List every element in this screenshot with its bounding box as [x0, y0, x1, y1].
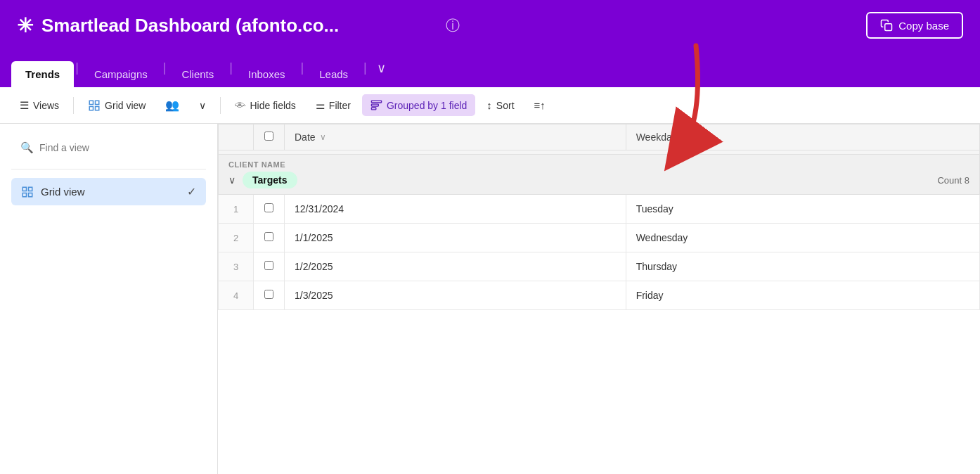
svg-rect-0 — [885, 24, 892, 31]
row-weekday-cell: Wednesday — [626, 224, 979, 252]
tab-leads[interactable]: Leads — [305, 61, 362, 87]
row-checkbox-cell[interactable] — [254, 195, 285, 224]
sidebar: 🔍 Grid view ✓ — [0, 124, 218, 474]
row-weekday-cell: Thursday — [626, 252, 979, 281]
table-row[interactable]: 1 12/31/2024 Tuesday — [219, 195, 980, 224]
row-weekday-cell: Tuesday — [626, 195, 979, 224]
svg-rect-3 — [96, 106, 99, 110]
grid-view-button[interactable]: Grid view — [79, 94, 154, 117]
tab-bar: Trends | Campaigns | Clients | Inboxes |… — [0, 51, 980, 87]
row-checkbox[interactable] — [264, 261, 273, 270]
row-date-cell: 1/1/2025 — [285, 224, 626, 252]
svg-rect-1 — [89, 101, 93, 104]
filter-button[interactable]: ⚌ Filter — [307, 94, 359, 117]
svg-rect-9 — [29, 187, 32, 191]
row-date-cell: 12/31/2024 — [285, 195, 626, 224]
tab-sep-1: | — [75, 60, 79, 78]
collaborators-button[interactable]: 👥 — [157, 94, 188, 117]
chevron-down-icon: ∨ — [199, 100, 206, 111]
col-checkbox[interactable] — [254, 124, 285, 150]
copy-base-button[interactable]: Copy base — [866, 12, 963, 39]
grid-view-chevron-button[interactable]: ∨ — [191, 95, 214, 116]
group-header-cell[interactable]: CLIENT NAME ∨ Targets Count 8 — [219, 155, 980, 195]
group-count: Count 8 — [937, 175, 969, 186]
table-row[interactable]: 2 1/1/2025 Wednesday — [219, 224, 980, 252]
table-row[interactable]: 4 1/3/2025 Friday — [219, 281, 980, 310]
hide-fields-button[interactable]: 👁 Hide fields — [226, 94, 304, 116]
hamburger-icon: ☰ — [20, 99, 29, 112]
toolbar-divider-2 — [220, 97, 221, 114]
sidebar-search-container[interactable]: 🔍 — [11, 135, 206, 160]
table-row[interactable]: 3 1/2/2025 Thursday — [219, 252, 980, 281]
table-area: Date ∨ Weekday — [218, 124, 980, 474]
toolbar: ☰ Views Grid view 👥 ∨ 👁 Hide fields ⚌ Fi… — [0, 87, 980, 124]
select-all-checkbox[interactable] — [264, 132, 273, 141]
svg-rect-11 — [22, 193, 26, 196]
main-content: 🔍 Grid view ✓ — [0, 124, 980, 474]
row-num-cell: 3 — [219, 252, 254, 281]
grid-view-sidebar-icon — [21, 186, 34, 198]
row-checkbox-cell[interactable] — [254, 252, 285, 281]
search-icon: 🔍 — [20, 141, 34, 154]
group-collapse-icon[interactable]: ∨ — [228, 174, 236, 186]
checkmark-icon: ✓ — [187, 185, 196, 198]
row-weekday-cell: Friday — [626, 281, 979, 310]
group-header-row: CLIENT NAME ∨ Targets Count 8 — [219, 155, 980, 195]
svg-rect-2 — [96, 101, 99, 104]
tab-sep-3: | — [229, 60, 233, 78]
copy-base-label: Copy base — [898, 20, 949, 32]
sidebar-item-grid-view[interactable]: Grid view ✓ — [11, 178, 206, 205]
data-table: Date ∨ Weekday — [218, 124, 980, 310]
row-checkbox[interactable] — [264, 232, 273, 241]
app-title: Smartlead Dashboard (afonto.co... — [41, 15, 432, 37]
svg-rect-4 — [89, 106, 93, 110]
search-input[interactable] — [39, 142, 197, 153]
sidebar-divider — [11, 169, 206, 169]
row-date-cell: 1/2/2025 — [285, 252, 626, 281]
tab-more-button[interactable]: ∨ — [368, 53, 394, 83]
logo-icon: ✳ — [17, 14, 33, 37]
hide-fields-icon: 👁 — [235, 99, 245, 111]
row-checkbox-cell[interactable] — [254, 224, 285, 252]
row-num-cell: 1 — [219, 195, 254, 224]
row-checkbox-cell[interactable] — [254, 281, 285, 310]
row-checkbox[interactable] — [264, 290, 273, 299]
svg-rect-10 — [29, 193, 32, 196]
collaborators-icon: 👥 — [165, 98, 179, 112]
grid-view-icon — [88, 99, 101, 112]
tab-inboxes[interactable]: Inboxes — [234, 61, 299, 87]
table-wrapper[interactable]: Date ∨ Weekday — [218, 124, 980, 474]
row-checkbox[interactable] — [264, 203, 273, 212]
sidebar-view-label: Grid view — [41, 186, 85, 198]
tab-clients[interactable]: Clients — [167, 61, 228, 87]
toolbar-divider-1 — [73, 97, 74, 114]
col-weekday-header[interactable]: Weekday — [626, 124, 979, 150]
more-icon: ≡↑ — [534, 99, 546, 111]
sort-button[interactable]: ↕ Sort — [478, 94, 522, 116]
tab-sep-2: | — [163, 60, 167, 78]
group-button[interactable]: Grouped by 1 field — [362, 94, 475, 116]
tab-trends[interactable]: Trends — [11, 61, 74, 87]
row-num-cell: 4 — [219, 281, 254, 310]
filter-icon: ⚌ — [316, 99, 325, 112]
group-icon — [370, 99, 382, 111]
top-bar: ✳ Smartlead Dashboard (afonto.co... ⓘ Co… — [0, 0, 980, 51]
tab-campaigns[interactable]: Campaigns — [80, 61, 162, 87]
svg-rect-6 — [371, 104, 378, 106]
info-icon[interactable]: ⓘ — [446, 16, 460, 35]
svg-rect-8 — [22, 187, 26, 191]
group-label: Targets — [243, 172, 297, 188]
date-col-chevron: ∨ — [320, 132, 326, 142]
tab-sep-5: | — [363, 60, 367, 78]
row-date-cell: 1/3/2025 — [285, 281, 626, 310]
svg-rect-7 — [371, 108, 375, 110]
svg-rect-5 — [371, 101, 381, 103]
copy-icon — [880, 19, 893, 32]
more-options-button[interactable]: ≡↑ — [526, 94, 554, 116]
col-date-header[interactable]: Date ∨ — [285, 124, 626, 150]
views-button[interactable]: ☰ Views — [11, 94, 67, 117]
client-name-label: CLIENT NAME — [228, 160, 285, 169]
sort-icon: ↕ — [486, 99, 492, 111]
row-num-cell: 2 — [219, 224, 254, 252]
col-row-num — [219, 124, 254, 150]
